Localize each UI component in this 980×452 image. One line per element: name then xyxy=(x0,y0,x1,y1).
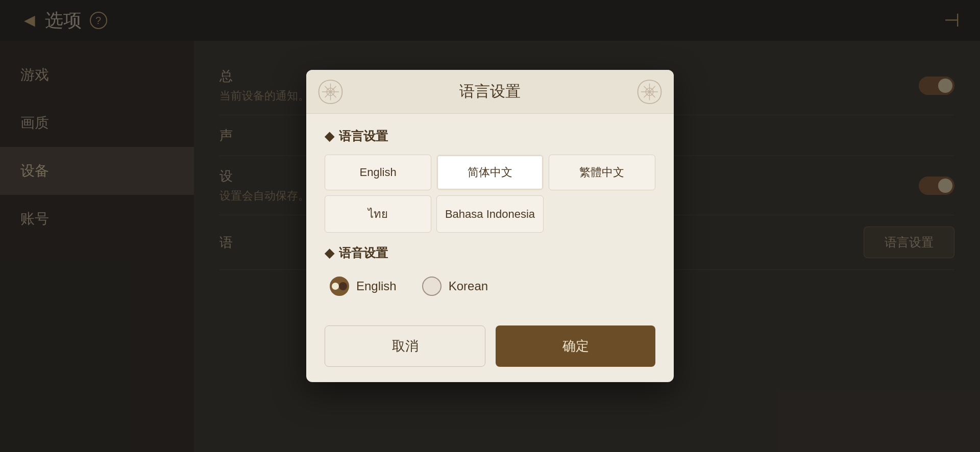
voice-label-english: English xyxy=(356,279,397,293)
modal-footer: 取消 确定 xyxy=(306,325,674,382)
modal-deco-left-icon xyxy=(316,78,345,106)
voice-section: ◆ 语音设置 English Korean xyxy=(325,245,655,296)
modal-overlay: 语言设置 ◆ 语言设置 English 简体中文 繁體中文 ไทย Bahasa… xyxy=(0,0,980,452)
voice-label-korean: Korean xyxy=(449,279,488,293)
lang-section-diamond: ◆ xyxy=(325,129,334,143)
voice-options: English Korean xyxy=(325,271,655,296)
voice-option-english[interactable]: English xyxy=(330,277,397,296)
lang-section-label: 语言设置 xyxy=(339,128,388,144)
lang-btn-english[interactable]: English xyxy=(325,155,431,190)
voice-option-korean[interactable]: Korean xyxy=(422,277,488,296)
lang-btn-indonesian[interactable]: Bahasa Indonesia xyxy=(436,195,543,233)
lang-btn-simplified[interactable]: 简体中文 xyxy=(436,155,543,190)
app-background: ◄ 选项 ? ⊣ 游戏 画质 设备 账号 总 当前设备的通知。 xyxy=(0,0,980,452)
lang-btn-thai[interactable]: ไทย xyxy=(325,195,431,233)
lang-grid-row2: ไทย Bahasa Indonesia xyxy=(325,195,655,233)
lang-grid-row1: English 简体中文 繁體中文 xyxy=(325,155,655,190)
confirm-button[interactable]: 确定 xyxy=(496,325,655,367)
cancel-button[interactable]: 取消 xyxy=(325,325,485,367)
radio-english-dot xyxy=(332,283,339,290)
lang-section-title: ◆ 语言设置 xyxy=(325,128,655,144)
language-modal: 语言设置 ◆ 语言设置 English 简体中文 繁體中文 ไทย Bahasa… xyxy=(306,70,674,382)
lang-btn-traditional[interactable]: 繁體中文 xyxy=(549,155,655,190)
voice-section-title: ◆ 语音设置 xyxy=(325,245,655,261)
radio-korean xyxy=(422,277,442,296)
modal-title: 语言设置 xyxy=(459,83,521,99)
radio-english xyxy=(330,277,349,296)
modal-header: 语言设置 xyxy=(306,70,674,114)
voice-section-diamond: ◆ xyxy=(325,246,334,260)
voice-section-label: 语音设置 xyxy=(339,245,388,261)
modal-body: ◆ 语言设置 English 简体中文 繁體中文 ไทย Bahasa Indo… xyxy=(306,114,674,325)
modal-deco-right-icon xyxy=(635,78,664,106)
